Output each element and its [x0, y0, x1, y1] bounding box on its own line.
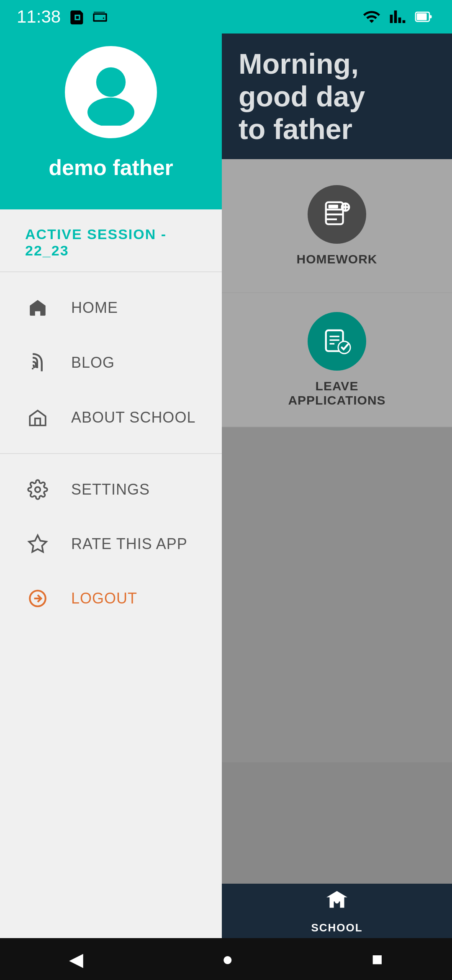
settings-icon [25, 479, 50, 500]
leave-label: LEAVEAPPLICATIONS [288, 379, 385, 407]
home-button[interactable]: ● [222, 949, 233, 970]
leave-tile[interactable]: LEAVEAPPLICATIONS [288, 312, 385, 407]
svg-point-17 [96, 67, 126, 97]
svg-rect-7 [329, 205, 338, 209]
nav-item-home[interactable]: HOME [0, 281, 222, 335]
nav-section: HOME BLOG [0, 272, 222, 453]
homework-label: HOMEWORK [297, 252, 378, 266]
nav-item-rate-app[interactable]: RATE THIS APP [0, 517, 222, 571]
battery-icon [414, 8, 435, 26]
svg-point-21 [35, 487, 41, 493]
about-school-label: ABOUT SCHOOL [71, 409, 195, 426]
leave-circle [308, 312, 366, 371]
logout-icon [25, 588, 50, 609]
school-label: SCHOOL [311, 921, 362, 934]
avatar-icon [77, 59, 144, 126]
status-icons [69, 8, 108, 25]
svg-point-18 [87, 98, 134, 126]
utility-section: SETTINGS RATE THIS APP [0, 454, 222, 634]
leave-row[interactable]: LEAVEAPPLICATIONS [222, 293, 452, 427]
drawer-username: demo father [49, 155, 173, 180]
logout-label: LOGOUT [71, 590, 137, 607]
system-nav-bar: ◀ ● ■ [0, 938, 452, 980]
home-label: HOME [71, 299, 118, 317]
morning-greeting: Morning,good dayto father [222, 34, 452, 159]
back-button[interactable]: ◀ [69, 949, 83, 970]
blog-icon [25, 352, 50, 374]
svg-rect-1 [417, 13, 427, 21]
status-right [362, 8, 435, 26]
bottom-nav[interactable]: SCHOOL [222, 884, 452, 938]
empty-area [222, 427, 452, 762]
settings-label: SETTINGS [71, 481, 150, 498]
signal-icon [389, 8, 406, 26]
right-panel: Morning,good dayto father [222, 0, 452, 980]
leave-icon [322, 327, 352, 356]
svg-marker-22 [29, 535, 46, 552]
about-school-icon [25, 407, 50, 428]
recents-button[interactable]: ■ [372, 949, 383, 970]
svg-point-20 [32, 368, 33, 369]
status-time: 11:38 [17, 7, 61, 27]
svg-point-16 [335, 899, 339, 903]
session-label: ACTIVE SESSION - 22_23 [0, 209, 222, 271]
home-icon [25, 297, 50, 318]
rate-app-label: RATE THIS APP [71, 535, 187, 553]
svg-rect-2 [429, 15, 432, 18]
wallet-icon [92, 8, 108, 25]
nav-item-blog[interactable]: BLOG [0, 335, 222, 390]
homework-icon [322, 200, 352, 229]
homework-row[interactable]: HOMEWORK [222, 159, 452, 293]
drawer: demo father ACTIVE SESSION - 22_23 HOME [0, 0, 222, 980]
homework-tile[interactable]: HOMEWORK [297, 185, 378, 266]
nav-item-settings[interactable]: SETTINGS [0, 462, 222, 517]
avatar [65, 46, 157, 138]
nav-item-about-school[interactable]: ABOUT SCHOOL [0, 390, 222, 445]
nav-item-logout[interactable]: LOGOUT [0, 571, 222, 626]
wifi-icon [362, 8, 381, 26]
menu-grid: HOMEWORK LEAVEAPPLICATIONS [222, 159, 452, 762]
greeting-text: Morning,good dayto father [239, 47, 365, 146]
sim-icon [69, 8, 86, 25]
school-icon [324, 888, 349, 918]
star-icon [25, 534, 50, 554]
drawer-body: ACTIVE SESSION - 22_23 HOME [0, 209, 222, 980]
homework-circle [308, 185, 366, 244]
status-bar: 11:38 [0, 0, 452, 34]
blog-label: BLOG [71, 354, 115, 371]
status-left: 11:38 [17, 7, 108, 27]
